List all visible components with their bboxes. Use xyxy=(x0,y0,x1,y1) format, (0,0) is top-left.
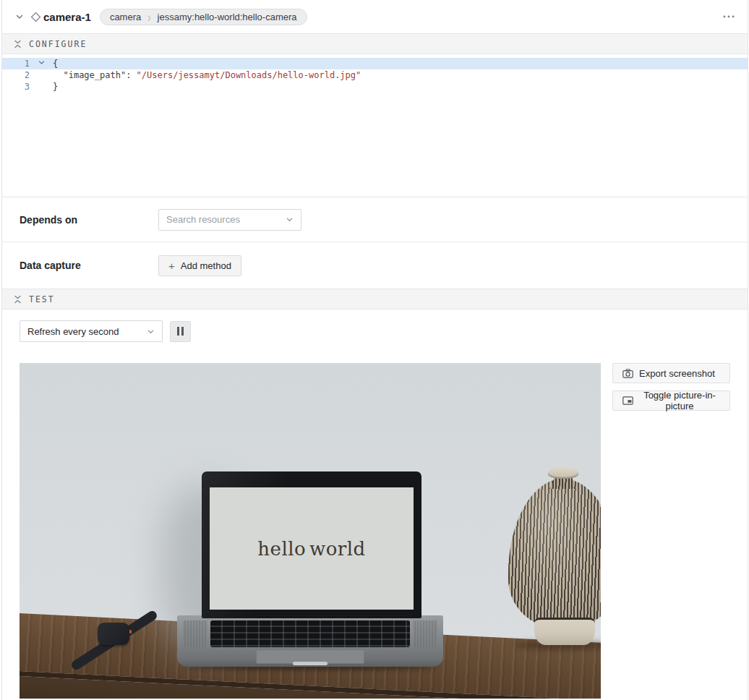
line-number: 3 xyxy=(2,81,30,93)
refresh-controls-row: Refresh every second xyxy=(20,320,730,342)
refresh-rate-select[interactable]: Refresh every second xyxy=(20,320,163,342)
resource-header: camera-1 camera › jessamy:hello-world:he… xyxy=(2,0,748,33)
pause-icon xyxy=(177,327,179,336)
speaker-grille xyxy=(413,620,437,647)
laptop-base xyxy=(177,615,443,667)
speaker-grille xyxy=(183,620,207,647)
depends-on-label: Depends on xyxy=(20,214,158,226)
code-indent xyxy=(53,69,63,81)
pill-chevron-separator-icon: › xyxy=(147,9,150,25)
plus-icon: + xyxy=(168,260,175,271)
camera-feed-image: hello world xyxy=(20,363,601,699)
chevron-down-icon xyxy=(147,328,155,336)
collapse-configure-button[interactable] xyxy=(14,40,22,48)
resource-card: camera-1 camera › jessamy:hello-world:he… xyxy=(1,0,748,700)
collapse-test-button[interactable] xyxy=(14,295,22,304)
add-method-button[interactable]: + Add method xyxy=(158,255,241,276)
resource-menu-button[interactable] xyxy=(720,8,737,25)
configure-section-bar: CONFIGURE xyxy=(2,33,748,54)
refresh-rate-value: Refresh every second xyxy=(27,326,147,337)
code-open-brace: { xyxy=(53,58,58,69)
export-screenshot-label: Export screenshot xyxy=(639,368,715,379)
hello-world-text: hello world xyxy=(257,538,365,560)
collapse-icon xyxy=(14,40,22,48)
configure-section-label: CONFIGURE xyxy=(29,39,87,49)
editor-line-1[interactable]: 1 { xyxy=(2,58,748,69)
resource-model-label: jessamy:hello-world:hello-camera xyxy=(158,12,297,22)
line-number: 1 xyxy=(2,58,30,69)
laptop-lid-notch xyxy=(293,662,328,665)
test-section-label: TEST xyxy=(29,294,55,304)
pause-refresh-button[interactable] xyxy=(170,321,191,342)
wristwatch xyxy=(63,612,171,681)
depends-on-search-select[interactable]: Search resources xyxy=(158,209,301,231)
striped-vase xyxy=(508,469,601,651)
fold-chevron-icon[interactable] xyxy=(30,58,53,69)
toggle-pip-button[interactable]: Toggle picture-in-picture xyxy=(612,390,730,411)
editor-line-2[interactable]: 2 "image_path" : "/Users/jessamyt/Downlo… xyxy=(2,69,748,81)
camera-feed-row: hello world xyxy=(20,363,730,699)
ellipsis-icon xyxy=(723,15,735,18)
line-number: 2 xyxy=(2,69,30,81)
json-config-editor[interactable]: 1 { 2 "image_path" : "/Users/jessamyt/Do… xyxy=(2,54,748,197)
code-separator: : xyxy=(126,69,136,81)
test-section-content: Refresh every second xyxy=(2,310,748,699)
depends-on-row: Depends on Search resources xyxy=(2,197,748,242)
resource-type-label: camera xyxy=(110,12,141,22)
code-string-value: "/Users/jessamyt/Downloads/hello-world.j… xyxy=(137,69,361,81)
feed-action-buttons: Export screenshot Toggle picture-in-pict… xyxy=(612,363,730,411)
code-key: "image_path" xyxy=(63,69,126,81)
resource-type-pill: camera › jessamy:hello-world:hello-camer… xyxy=(100,9,307,25)
laptop-keyboard xyxy=(210,620,410,647)
depends-on-placeholder: Search resources xyxy=(166,214,286,225)
laptop-display: hello world xyxy=(210,487,414,610)
resource-diamond-icon xyxy=(30,11,42,23)
laptop-screen: hello world xyxy=(202,471,421,618)
code-close-brace: } xyxy=(53,81,58,93)
test-section-bar: TEST xyxy=(2,289,748,310)
data-capture-label: Data capture xyxy=(20,260,158,271)
export-screenshot-button[interactable]: Export screenshot xyxy=(612,363,730,383)
chevron-down-icon xyxy=(286,215,294,223)
camera-icon xyxy=(622,369,633,378)
data-capture-row: Data capture + Add method xyxy=(2,242,748,289)
collapse-icon xyxy=(14,295,22,304)
add-method-label: Add method xyxy=(181,260,231,271)
chevron-down-icon xyxy=(15,12,24,21)
resource-title: camera-1 xyxy=(43,11,91,23)
collapse-card-button[interactable] xyxy=(12,9,27,24)
toggle-pip-label: Toggle picture-in-picture xyxy=(639,390,720,411)
editor-line-3[interactable]: 3 } xyxy=(2,81,748,93)
picture-in-picture-icon xyxy=(622,396,633,405)
